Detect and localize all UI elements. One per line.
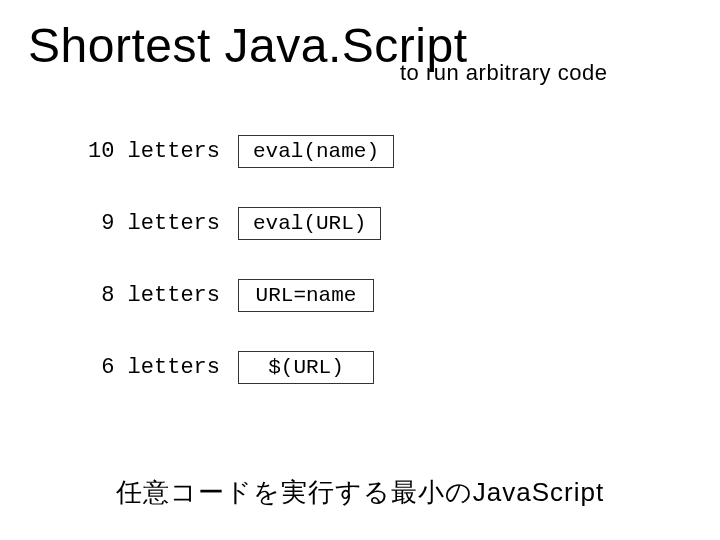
code-box: eval(URL) (238, 207, 381, 240)
row-label: 10 letters (70, 139, 220, 164)
code-row: 9 letters eval(URL) (70, 205, 720, 241)
code-row: 8 letters URL=name (70, 277, 720, 313)
footer-text: 任意コードを実行する最小のJavaScript (0, 475, 720, 510)
code-row: 6 letters $(URL) (70, 349, 720, 385)
code-row: 10 letters eval(name) (70, 133, 720, 169)
row-label: 6 letters (70, 355, 220, 380)
subtitle: to run arbitrary code (400, 60, 607, 86)
code-box: eval(name) (238, 135, 394, 168)
code-box: $(URL) (238, 351, 374, 384)
title-area: Shortest Java.Script to run arbitrary co… (0, 0, 720, 73)
row-label: 9 letters (70, 211, 220, 236)
row-label: 8 letters (70, 283, 220, 308)
code-rows: 10 letters eval(name) 9 letters eval(URL… (0, 133, 720, 385)
code-box: URL=name (238, 279, 374, 312)
